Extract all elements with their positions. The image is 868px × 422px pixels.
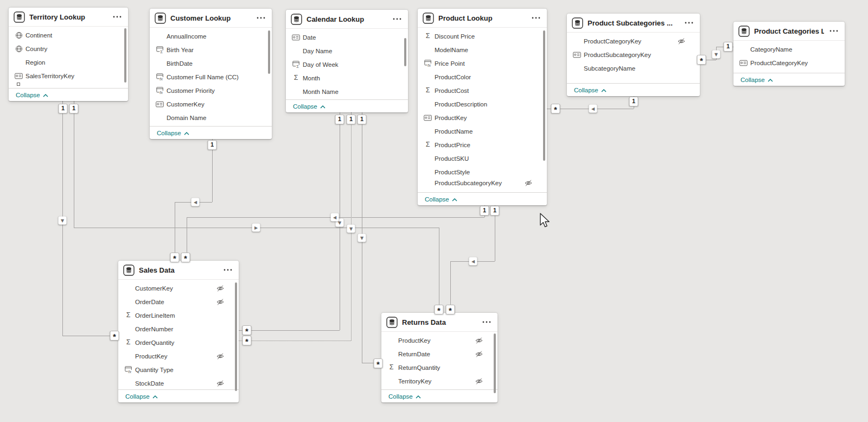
table-card-product-lookup[interactable]: Product LookupΣDiscount PriceModelNamefx… [418, 9, 547, 205]
cardinality-badge[interactable]: 1 [629, 97, 639, 106]
cardinality-badge[interactable]: * [374, 358, 383, 368]
field-row[interactable]: fxCustomer Priority [150, 84, 272, 97]
more-options-icon[interactable] [256, 16, 266, 20]
scrollbar-thumb[interactable] [124, 28, 126, 83]
filter-direction-left-icon[interactable]: ◀ [331, 213, 339, 222]
field-row[interactable]: ProductKey [118, 349, 239, 363]
more-options-icon[interactable] [112, 15, 123, 19]
field-row[interactable]: fxQuantity Type [118, 363, 239, 376]
cardinality-badge[interactable]: * [110, 331, 119, 341]
cardinality-badge[interactable]: * [170, 253, 180, 262]
field-row[interactable]: Domain Name [150, 111, 272, 124]
table-card-customer-lookup[interactable]: Customer LookupAnnualIncomeΣBirth YearBi… [150, 9, 272, 139]
cardinality-badge[interactable]: 1 [335, 115, 344, 124]
table-card-product-subcategories[interactable]: Product Subcategories ...ProductCategory… [567, 14, 700, 96]
cardinality-badge[interactable]: * [181, 253, 190, 262]
cardinality-badge[interactable]: 1 [347, 115, 356, 124]
filter-direction-down-icon[interactable]: ▼ [358, 234, 366, 242]
field-row[interactable]: ReturnDate [381, 347, 497, 361]
field-row[interactable]: ProductKey [381, 333, 497, 347]
field-row[interactable]: CategoryName [733, 42, 845, 56]
field-row[interactable]: TerritoryKey [381, 374, 497, 388]
table-card-returns-data[interactable]: Returns DataProductKeyReturnDateΣReturnQ… [381, 313, 497, 402]
field-row[interactable]: AnnualIncome [150, 29, 272, 43]
field-row[interactable]: ProductKey [418, 111, 547, 124]
collapse-link[interactable]: Collapse [741, 77, 773, 83]
collapse-link[interactable]: Collapse [388, 393, 421, 400]
relationship-line[interactable] [74, 101, 74, 228]
field-row[interactable]: Continent [9, 28, 128, 42]
filter-direction-down-icon[interactable]: ▼ [712, 51, 720, 59]
collapse-link[interactable]: Collapse [157, 130, 189, 136]
field-row[interactable]: ΣOrderLineItem [118, 308, 239, 322]
filter-direction-left-icon[interactable]: ◀ [589, 105, 597, 113]
cardinality-badge[interactable]: * [446, 305, 455, 314]
field-row[interactable]: Day Name [286, 44, 408, 58]
more-options-icon[interactable] [481, 320, 492, 324]
table-card-product-categories-loo[interactable]: Product Categories Loo...CategoryNamePro… [733, 22, 845, 86]
more-options-icon[interactable] [828, 29, 839, 33]
cardinality-badge[interactable]: * [697, 55, 706, 65]
filter-direction-down-icon[interactable]: ▼ [347, 225, 355, 233]
cardinality-badge[interactable]: * [551, 104, 560, 114]
collapse-link[interactable]: Collapse [574, 87, 607, 93]
field-row[interactable]: SubcategoryName [567, 61, 700, 75]
relationship-line[interactable] [175, 202, 175, 261]
field-row[interactable]: ΣBirth Year [150, 43, 272, 56]
field-row[interactable]: CustomerKey [118, 281, 239, 295]
field-row[interactable]: ProductDescription [418, 97, 547, 111]
more-options-icon[interactable] [222, 268, 233, 272]
collapse-link[interactable]: Collapse [425, 196, 457, 203]
relationship-line[interactable] [239, 330, 340, 331]
table-card-calendar-lookup[interactable]: Calendar LookupDateDay NameΣDay of WeekΣ… [286, 10, 408, 112]
field-row[interactable]: OrderNumber [118, 322, 239, 336]
field-row[interactable]: ProductColor [418, 70, 547, 84]
cardinality-badge[interactable]: * [242, 325, 252, 335]
cardinality-badge[interactable]: 1 [69, 104, 79, 114]
scrollbar-thumb[interactable] [404, 38, 406, 66]
field-row[interactable]: Month Name [286, 85, 408, 98]
cardinality-badge[interactable]: 1 [358, 115, 367, 124]
field-row[interactable]: SalesTerritoryKey [9, 69, 128, 83]
table-card-territory-lookup[interactable]: Territory LookupContinentCountryRegionSa… [9, 8, 128, 101]
filter-direction-left-icon[interactable]: ◀ [469, 257, 477, 266]
field-row[interactable]: ΣProductCost [418, 84, 547, 97]
field-row[interactable]: ΣDiscount Price [418, 29, 547, 43]
filter-direction-left-icon[interactable]: ◀ [192, 198, 200, 206]
field-row[interactable]: fxCustomer Full Name (CC) [150, 70, 272, 84]
more-options-icon[interactable] [392, 17, 403, 21]
cardinality-badge[interactable]: 1 [724, 42, 733, 52]
field-row[interactable]: BirthDate [150, 56, 272, 70]
filter-direction-down-icon[interactable]: ▼ [59, 217, 67, 225]
field-row[interactable]: Country [9, 42, 128, 55]
field-row[interactable]: ModelName [418, 43, 547, 56]
cardinality-badge[interactable]: 1 [59, 104, 68, 114]
field-row[interactable]: ProductSKU [418, 152, 547, 165]
table-card-sales-data[interactable]: Sales DataCustomerKeyOrderDateΣOrderLine… [118, 261, 239, 402]
field-row[interactable]: CustomerKey [150, 97, 272, 111]
field-row[interactable]: ProductName [418, 124, 547, 138]
filter-direction-right-icon[interactable]: ▶ [252, 224, 260, 232]
collapse-link[interactable]: Collapse [125, 393, 158, 400]
field-row[interactable]: StockDate [118, 376, 239, 389]
collapse-link[interactable]: Collapse [293, 103, 326, 110]
field-row[interactable]: fxPrice Point [418, 56, 547, 70]
cardinality-badge[interactable]: * [435, 305, 444, 314]
cardinality-badge[interactable]: * [242, 336, 252, 345]
relationship-line[interactable] [439, 228, 439, 313]
scrollbar-thumb[interactable] [543, 30, 545, 161]
cardinality-badge[interactable]: 1 [480, 206, 489, 216]
field-row[interactable] [9, 83, 128, 87]
field-row[interactable]: ProductCategoryKey [733, 56, 845, 70]
field-row[interactable]: ProductCategoryKey [567, 34, 700, 48]
field-row[interactable]: OrderDate [118, 295, 239, 308]
field-row[interactable]: ProductStyle [418, 165, 547, 179]
more-options-icon[interactable] [531, 16, 541, 20]
field-row[interactable]: ΣDay of Week [286, 58, 408, 71]
field-row[interactable]: ΣProductPrice [418, 138, 547, 152]
field-row[interactable]: ΣMonth [286, 71, 408, 85]
field-row[interactable]: ProductSubcategoryKey [567, 48, 700, 61]
more-options-icon[interactable] [684, 21, 694, 25]
cardinality-badge[interactable]: 1 [208, 140, 217, 150]
cardinality-badge[interactable]: 1 [490, 206, 500, 216]
